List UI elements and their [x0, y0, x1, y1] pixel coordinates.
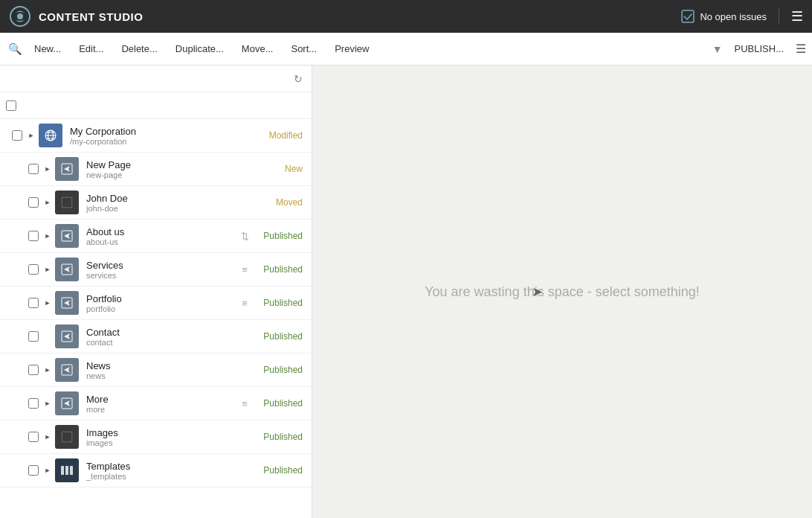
status-contact: Published	[252, 331, 312, 342]
expand-news[interactable]: ►	[42, 364, 54, 376]
tree-item-services[interactable]: ► Services services ≡ Published	[0, 253, 312, 287]
tree-panel: ↻ ► My Corporatio	[0, 65, 312, 518]
label-portfolio: Portfolio portfolio	[86, 293, 237, 313]
expand-more[interactable]: ►	[42, 397, 54, 409]
label-images: Images images	[86, 427, 237, 447]
name-templates: Templates	[86, 461, 237, 472]
svg-rect-19	[61, 466, 64, 475]
slug-services: services	[86, 271, 237, 280]
name-services: Services	[86, 260, 237, 271]
icon-portfolio	[55, 291, 79, 315]
slug-contact: contact	[86, 338, 237, 347]
name-contact: Contact	[86, 327, 237, 338]
expand-contact	[42, 330, 54, 342]
checkbox-templates[interactable]	[28, 465, 39, 476]
label-about-us: About us about-us	[86, 226, 237, 246]
new-button[interactable]: New...	[27, 40, 68, 57]
preview-button[interactable]: Preview	[327, 40, 376, 57]
tree-item-portfolio[interactable]: ► Portfolio portfolio ≡ Published	[0, 287, 312, 320]
checkbox-about-us[interactable]	[28, 231, 39, 241]
status-my-corporation: Modified	[252, 130, 312, 141]
name-john-doe: John Doe	[86, 193, 237, 204]
name-new-page: New Page	[86, 159, 237, 170]
slug-john-doe: john-doe	[86, 204, 237, 213]
move-button[interactable]: Move...	[234, 40, 281, 57]
label-news: News news	[86, 360, 237, 380]
hamburger-menu-icon[interactable]: ☰	[791, 8, 803, 25]
checkbox-john-doe[interactable]	[28, 197, 39, 208]
expand-john-doe[interactable]: ►	[42, 196, 54, 208]
status-news: Published	[252, 365, 312, 375]
slug-templates: _templates	[86, 472, 237, 481]
checkbox-news[interactable]	[28, 365, 39, 375]
svg-rect-21	[70, 466, 73, 475]
svg-rect-10	[62, 198, 71, 207]
tree-item-contact[interactable]: Contact contact Published	[0, 320, 312, 354]
no-issues-indicator[interactable]: No open issues	[680, 9, 767, 24]
expand-portfolio[interactable]: ►	[42, 297, 54, 309]
status-portfolio: Published	[252, 298, 312, 308]
edit-button[interactable]: Edit...	[71, 40, 111, 57]
checkbox-more[interactable]	[28, 398, 39, 409]
status-images: Published	[252, 432, 312, 442]
checkbox-services[interactable]	[28, 264, 39, 275]
sort-handle-more[interactable]: ≡	[237, 398, 252, 409]
svg-point-1	[17, 13, 23, 19]
check-square-icon	[680, 9, 695, 24]
status-services: Published	[252, 264, 312, 275]
delete-button[interactable]: Delete...	[114, 40, 164, 57]
sort-button[interactable]: Sort...	[283, 40, 324, 57]
icon-news	[55, 358, 79, 382]
icon-services	[55, 258, 79, 281]
right-panel: ➤ You are wasting this space - select so…	[312, 65, 812, 518]
name-more: More	[86, 394, 237, 405]
status-templates: Published	[252, 465, 312, 476]
expand-about-us[interactable]: ►	[42, 230, 54, 242]
checkbox-images[interactable]	[28, 432, 39, 442]
name-about-us: About us	[86, 226, 237, 237]
toolbar-right: ▼ PUBLISH... ☰	[712, 40, 806, 57]
tree-item-templates[interactable]: ► Templates _templates Published	[0, 454, 312, 487]
checkbox-my-corporation[interactable]	[12, 130, 22, 141]
name-images: Images	[86, 427, 237, 438]
checkbox-new-page[interactable]	[28, 164, 39, 174]
select-all-checkbox[interactable]	[6, 100, 16, 111]
refresh-icon[interactable]: ↻	[294, 73, 303, 85]
tree-item-my-corporation[interactable]: ► My Corporation /my-corporation Mod	[0, 119, 312, 153]
label-new-page: New Page new-page	[86, 159, 237, 179]
label-my-corporation: My Corporation /my-corporation	[70, 126, 237, 146]
label-john-doe: John Doe john-doe	[86, 193, 237, 213]
publish-button[interactable]: PUBLISH...	[726, 40, 793, 57]
tree-item-new-page[interactable]: ► New Page new-page New	[0, 153, 312, 186]
duplicate-button[interactable]: Duplicate...	[168, 40, 231, 57]
search-button[interactable]: 🔍	[6, 40, 24, 58]
main-area: ↻ ► My Corporatio	[0, 65, 812, 518]
expand-templates[interactable]: ►	[42, 464, 54, 476]
tree-item-images[interactable]: ► Images images Published	[0, 421, 312, 454]
label-contact: Contact contact	[86, 327, 237, 347]
slug-my-corporation: /my-corporation	[70, 137, 237, 146]
filter-icon[interactable]: ▼	[712, 43, 723, 55]
tree-item-about-us[interactable]: ► About us about-us ⇅ Published	[0, 220, 312, 253]
icon-contact	[55, 324, 79, 348]
slug-news: news	[86, 371, 237, 380]
expand-my-corporation[interactable]: ►	[25, 130, 37, 141]
icon-templates	[55, 458, 79, 482]
sort-handle-services[interactable]: ≡	[237, 264, 252, 275]
sort-handle-about-us[interactable]: ⇅	[237, 231, 252, 242]
checkbox-contact[interactable]	[28, 331, 39, 342]
tree-item-john-doe[interactable]: ► John Doe john-doe Moved	[0, 186, 312, 220]
status-more: Published	[252, 398, 312, 409]
tree-item-more[interactable]: ► More more ≡ Published	[0, 387, 312, 421]
sort-handle-portfolio[interactable]: ≡	[237, 298, 252, 309]
toolbar-list-icon[interactable]: ☰	[796, 42, 806, 56]
status-about-us: Published	[252, 231, 312, 241]
topbar: CONTENT STUDIO No open issues ☰	[0, 0, 812, 33]
icon-more	[55, 391, 79, 415]
expand-images[interactable]: ►	[42, 431, 54, 443]
expand-services[interactable]: ►	[42, 263, 54, 275]
tree-item-news[interactable]: ► News news Published	[0, 354, 312, 387]
app-logo	[9, 5, 31, 28]
checkbox-portfolio[interactable]	[28, 298, 39, 308]
expand-new-page[interactable]: ►	[42, 163, 54, 175]
